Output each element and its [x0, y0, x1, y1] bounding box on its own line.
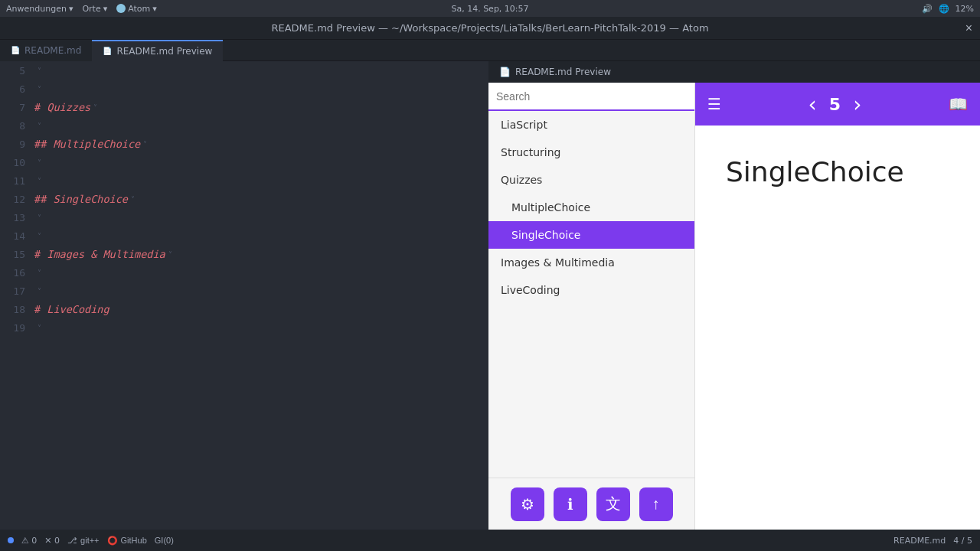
line-number: 19: [0, 322, 34, 334]
editor-line: 10 ˅: [0, 153, 488, 171]
line-number: 6: [0, 83, 34, 95]
search-bar: [488, 83, 694, 111]
atom-menu[interactable]: Atom ▾: [116, 4, 157, 14]
nav-item-structuring[interactable]: Structuring: [488, 139, 694, 166]
fold-arrow: ˅: [168, 250, 172, 259]
nav-item-livecoding[interactable]: LiveCoding: [488, 276, 694, 304]
fold-arrow: ˅: [38, 122, 41, 130]
line-number: 14: [0, 230, 34, 242]
line-number: 8: [0, 120, 34, 132]
editor-line: 11 ˅: [0, 171, 488, 190]
fold-arrow: ˅: [93, 103, 97, 112]
info-button[interactable]: ℹ: [554, 487, 587, 521]
line-number: 16: [0, 267, 34, 279]
share-button[interactable]: ↑: [639, 487, 673, 521]
current-file: README.md: [893, 536, 946, 546]
preview-top-nav: ☰ ‹ 5 › 📖: [695, 83, 980, 126]
fold-arrow: ˅: [38, 324, 41, 332]
fold-arrow: ˅: [38, 287, 41, 295]
line-number: 17: [0, 285, 34, 297]
fold-arrow: ˅: [38, 269, 41, 277]
status-indicator: [8, 537, 14, 543]
slide-title: SingleChoice: [726, 156, 949, 187]
status-bar: ⚠ 0 ✕ 0 ⎇ git++ ⭕ GitHub GI(0) README.md…: [0, 530, 980, 551]
code-editor[interactable]: 5 ˅6 ˅7# Quizzes ˅8 ˅9## MultipleChoice …: [0, 61, 488, 530]
preview-main: ☰ ‹ 5 › 📖 SingleChoice: [695, 83, 980, 530]
main-area: 5 ˅6 ˅7# Quizzes ˅8 ˅9## MultipleChoice …: [0, 61, 980, 530]
nav-item-quizzes[interactable]: Quizzes: [488, 166, 694, 194]
fold-arrow: ˅: [38, 232, 41, 240]
nav-item-multiplechoice[interactable]: MultipleChoice: [488, 194, 694, 221]
line-content: # Quizzes: [34, 101, 90, 113]
menu-icon[interactable]: ☰: [707, 95, 721, 113]
editor-line: 14 ˅: [0, 227, 488, 245]
fold-arrow: ˅: [143, 140, 147, 148]
file-icon: 📄: [11, 46, 20, 54]
line-number: 18: [0, 304, 34, 315]
git-button[interactable]: ⎇ git++: [67, 536, 99, 546]
preview-content: LiaScriptStructuringQuizzesMultipleChoic…: [488, 83, 980, 530]
fold-arrow: ˅: [38, 158, 41, 167]
fold-arrow: ˅: [38, 177, 41, 185]
gi-button[interactable]: GI(0): [155, 536, 174, 545]
editor-line: 5 ˅: [0, 61, 488, 80]
window-title: README.md Preview — ~/Workspace/Projects…: [271, 22, 708, 34]
line-number: 13: [0, 212, 34, 223]
editor-line: 19 ˅: [0, 318, 488, 337]
editor-content: 5 ˅6 ˅7# Quizzes ˅8 ˅9## MultipleChoice …: [0, 61, 488, 337]
git-icon: ⎇: [67, 536, 77, 546]
book-icon[interactable]: 📖: [949, 95, 968, 113]
sys-stat-battery: 12%: [956, 4, 974, 14]
atom-logo-icon: [116, 4, 126, 13]
page-count: 4 / 5: [953, 536, 972, 546]
title-bar: README.md Preview — ~/Workspace/Projects…: [0, 17, 980, 40]
fold-arrow: ˅: [38, 67, 41, 75]
sys-stat-5: 🌐: [939, 4, 949, 14]
preview-panel: 📄 README.md Preview LiaScriptStructuring…: [488, 61, 980, 530]
editor-line: 6 ˅: [0, 80, 488, 98]
line-number: 10: [0, 157, 34, 168]
close-button[interactable]: ×: [965, 21, 972, 35]
prev-page-button[interactable]: ‹: [808, 92, 817, 117]
nav-item-images---multimedia[interactable]: Images & Multimedia: [488, 249, 694, 276]
orte-menu[interactable]: Orte ▾: [82, 4, 107, 14]
translate-button[interactable]: 文: [596, 487, 630, 521]
preview-tab-bar: 📄 README.md Preview: [488, 61, 980, 83]
fold-arrow: ˅: [38, 85, 41, 93]
line-content: ## SingleChoice: [34, 193, 128, 205]
preview-file-icon: 📄: [103, 47, 112, 55]
line-number: 5: [0, 65, 34, 77]
page-number: 5: [829, 95, 841, 114]
fold-arrow: ˅: [38, 214, 41, 222]
editor-line: 7# Quizzes ˅: [0, 98, 488, 116]
line-number: 12: [0, 194, 34, 205]
nav-item-singlechoice[interactable]: SingleChoice: [488, 221, 694, 249]
editor-line: 16 ˅: [0, 263, 488, 282]
editor-line: 17 ˅: [0, 282, 488, 300]
preview-body: SingleChoice: [695, 126, 980, 530]
nav-sidebar: LiaScriptStructuringQuizzesMultipleChoic…: [488, 83, 695, 530]
settings-button[interactable]: ⚙: [511, 487, 544, 521]
editor-line: 9## MultipleChoice ˅: [0, 135, 488, 153]
editor-line: 12## SingleChoice ˅: [0, 190, 488, 208]
status-warnings: ⚠ 0: [21, 536, 37, 546]
line-number: 7: [0, 102, 34, 113]
editor-line: 18# LiveCoding: [0, 300, 488, 318]
line-content: # Images & Multimedia: [34, 248, 165, 260]
github-button[interactable]: ⭕ GitHub: [107, 536, 147, 546]
tab-preview[interactable]: 📄 README.md Preview: [92, 40, 223, 61]
preview-tab-icon: 📄: [499, 67, 511, 77]
line-content: ## MultipleChoice: [34, 138, 140, 150]
tab-readme[interactable]: 📄 README.md: [0, 40, 92, 61]
line-number: 15: [0, 249, 34, 260]
preview-toolbar: ⚙ℹ文↑: [488, 478, 694, 530]
anwendungen-menu[interactable]: Anwendungen ▾: [6, 4, 73, 14]
nav-item-liascript[interactable]: LiaScript: [488, 111, 694, 139]
search-input[interactable]: [496, 90, 687, 103]
line-number: 11: [0, 175, 34, 187]
next-page-button[interactable]: ›: [853, 92, 861, 117]
system-datetime: Sa, 14. Sep, 10:57: [451, 4, 528, 14]
nav-arrows: ‹ 5 ›: [808, 92, 862, 117]
fold-arrow: ˅: [131, 195, 135, 204]
github-icon: ⭕: [107, 536, 118, 546]
